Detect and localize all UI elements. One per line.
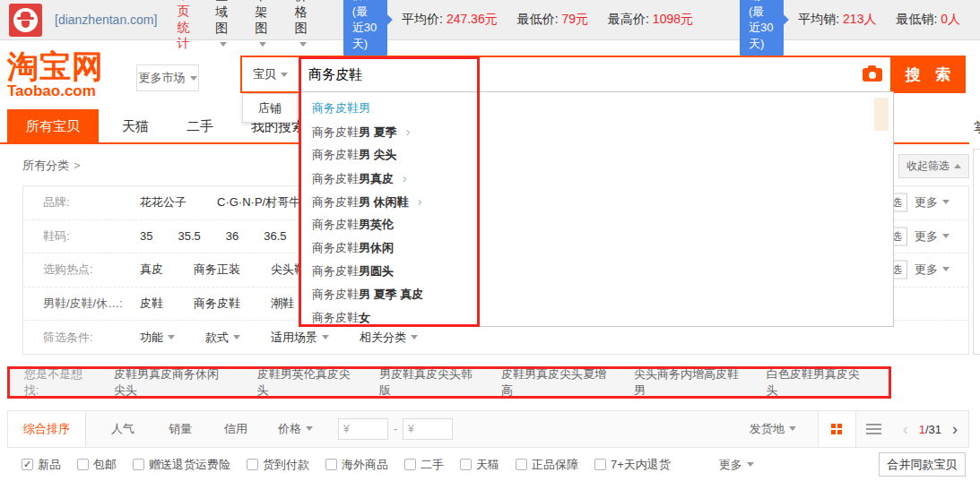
service-filters-row: ✓新品 包邮 赠送退货运费险 货到付款 海外商品 二手 天猫 正品保障 7+天内… xyxy=(7,448,969,481)
more-link[interactable]: 更多 xyxy=(915,228,950,245)
image-search-button[interactable] xyxy=(854,57,890,91)
search-suggestion[interactable]: 商务皮鞋男 夏季 真皮 xyxy=(301,283,893,306)
checkbox-icon[interactable] xyxy=(133,459,144,470)
related-searches-row: 您是不是想找: 皮鞋男真皮商务休闲尖头 皮鞋男英伦真皮尖头 男皮鞋真皮尖头韩版 … xyxy=(7,366,891,399)
checkbox-icon[interactable] xyxy=(460,459,472,470)
filter-value[interactable]: 36 xyxy=(226,229,238,243)
filter-value[interactable]: 皮鞋 xyxy=(140,296,163,312)
filter-value[interactable]: 花花公子 xyxy=(140,194,186,210)
tab-all-items[interactable]: 所有宝贝 xyxy=(7,109,99,143)
checkbox-icon[interactable] xyxy=(77,459,89,470)
chevron-right-icon: › xyxy=(418,194,422,209)
sort-credit[interactable]: 信用 xyxy=(224,421,247,437)
sort-price[interactable]: 价格 xyxy=(278,421,313,437)
related-term[interactable]: 男皮鞋真皮尖头韩版 xyxy=(379,366,474,399)
services-more-dropdown[interactable]: 更多 xyxy=(719,457,754,473)
region-chart-menu[interactable]: 区域图 xyxy=(215,0,231,51)
service-checkbox-return-insurance[interactable]: 赠送退货运费险 xyxy=(133,457,230,473)
all-categories-link[interactable]: 所有分类> xyxy=(22,158,81,174)
search-button[interactable]: 搜 索 xyxy=(890,56,966,93)
more-markets-button[interactable]: 更多市场 xyxy=(136,64,199,91)
taobao-logo[interactable]: 淘宝网 Taobao.com xyxy=(7,50,104,99)
tab-tmall[interactable]: 天猫 xyxy=(122,109,149,143)
chevron-right-icon: › xyxy=(403,171,407,185)
filter-value[interactable]: 真皮 xyxy=(140,262,163,278)
related-term[interactable]: 皮鞋男英伦真皮尖头 xyxy=(257,366,352,399)
sort-sales[interactable]: 销量 xyxy=(169,421,192,437)
related-term[interactable]: 尖头商务内增高皮鞋男 xyxy=(634,366,740,399)
collapse-filters-button[interactable]: 收起筛选 xyxy=(898,154,969,178)
filter-value[interactable]: 商务皮鞋 xyxy=(194,296,240,312)
price-min-input[interactable] xyxy=(338,418,388,440)
highlight-remnant xyxy=(874,98,889,131)
filter-value[interactable]: 商务正装 xyxy=(194,262,240,278)
search-suggestion[interactable]: 商务皮鞋男圆头 xyxy=(301,260,893,283)
prev-page-button[interactable]: ‹ xyxy=(903,420,908,439)
delisting-chart-menu[interactable]: 下架图 xyxy=(255,0,271,51)
merge-same-items-button[interactable]: 合并同款宝贝 xyxy=(879,452,966,477)
chevron-down-icon xyxy=(281,73,288,77)
avg-sales-stat: 平均销: 213人 xyxy=(798,12,876,28)
service-checkbox-new[interactable]: ✓新品 xyxy=(22,457,61,473)
taobao-logo-cn: 淘宝网 xyxy=(7,50,104,82)
service-checkbox-tmall[interactable]: 天猫 xyxy=(460,457,499,473)
search-suggestion[interactable]: 商务皮鞋男 夏季› xyxy=(301,120,893,143)
service-checkbox-authentic[interactable]: 正品保障 xyxy=(516,457,578,473)
related-term[interactable]: 白色皮鞋男真皮尖头 xyxy=(767,366,862,399)
checkbox-icon[interactable] xyxy=(404,459,416,470)
next-page-button[interactable]: › xyxy=(952,420,958,439)
filter-value[interactable]: 潮鞋 xyxy=(271,296,294,312)
checkbox-checked-icon[interactable]: ✓ xyxy=(22,459,33,470)
service-checkbox-cod[interactable]: 货到付款 xyxy=(247,457,309,473)
search-suggestion[interactable]: 商务皮鞋男 尖头 xyxy=(301,143,893,167)
dianzhentan-logo-icon[interactable] xyxy=(9,4,42,37)
ship-from-dropdown[interactable]: 发货地 xyxy=(750,421,796,437)
search-type-option-shop[interactable]: 店铺 xyxy=(242,93,298,123)
filter-value[interactable]: C·G·N·P/村哥牛皮 xyxy=(217,194,312,210)
service-checkbox-7day-return[interactable]: 7+天内退货 xyxy=(594,457,671,473)
service-checkbox-secondhand[interactable]: 二手 xyxy=(404,457,444,473)
search-suggestion[interactable]: 商务皮鞋男休闲 xyxy=(301,236,893,260)
filter-value[interactable]: 35 xyxy=(140,229,152,243)
related-label: 您是不是想找: xyxy=(24,366,91,399)
filter-dropdown[interactable]: 相关分类 xyxy=(360,330,418,346)
filter-value[interactable]: 35.5 xyxy=(178,229,200,243)
filter-value[interactable]: 36.5 xyxy=(264,229,286,243)
search-suggestion[interactable]: 商务皮鞋男真皮› xyxy=(301,167,893,190)
page-stats-link[interactable]: 本页统计 xyxy=(177,0,194,52)
search-suggestion[interactable]: 商务皮鞋男 xyxy=(301,97,893,120)
sort-toolbar: 综合排序 人气 销量 信用 价格 - 发货地 ‹ 1/31 › xyxy=(7,410,969,448)
related-term[interactable]: 皮鞋男真皮商务休闲尖头 xyxy=(114,366,230,399)
sort-comprehensive[interactable]: 综合排序 xyxy=(8,411,86,447)
search-suggestion[interactable]: 商务皮鞋男英伦 xyxy=(301,213,893,236)
search-bar: 宝贝 搜 索 xyxy=(240,56,966,93)
filter-dropdown[interactable]: 适用场景 xyxy=(271,330,329,346)
filter-dropdown[interactable]: 功能 xyxy=(140,330,175,346)
sort-popularity[interactable]: 人气 xyxy=(111,421,134,437)
related-term[interactable]: 皮鞋男真皮尖头夏增高 xyxy=(501,366,607,399)
more-link[interactable]: 更多 xyxy=(915,194,950,210)
chevron-down-icon xyxy=(168,335,175,339)
list-view-button[interactable] xyxy=(856,411,892,447)
checkbox-icon[interactable] xyxy=(516,459,527,470)
more-link[interactable]: 更多 xyxy=(915,262,950,278)
tab-secondhand[interactable]: 二手 xyxy=(186,109,213,143)
checkbox-icon[interactable] xyxy=(594,459,606,470)
pagination: ‹ 1/31 › xyxy=(903,420,958,439)
price-max-input[interactable] xyxy=(403,418,453,440)
search-type-select[interactable]: 宝贝 xyxy=(242,57,299,91)
grid-view-button[interactable] xyxy=(818,411,856,447)
price-chart-menu[interactable]: 价格图 xyxy=(295,0,311,51)
max-price-stat: 最高价: 1098元 xyxy=(608,12,693,28)
chevron-down-icon xyxy=(942,200,950,204)
search-suggestion[interactable]: 商务皮鞋女 xyxy=(301,306,893,330)
checkbox-icon[interactable] xyxy=(247,459,258,470)
search-input[interactable] xyxy=(299,57,854,91)
filter-dropdown[interactable]: 款式 xyxy=(205,330,240,346)
chevron-down-icon xyxy=(259,42,266,47)
min-price-stat: 最低价: 79元 xyxy=(517,12,588,28)
search-suggestion[interactable]: 商务皮鞋男 休闲鞋› xyxy=(301,190,893,213)
service-checkbox-free-shipping[interactable]: 包邮 xyxy=(77,457,117,473)
checkbox-icon[interactable] xyxy=(325,459,337,470)
service-checkbox-overseas[interactable]: 海外商品 xyxy=(325,457,388,473)
